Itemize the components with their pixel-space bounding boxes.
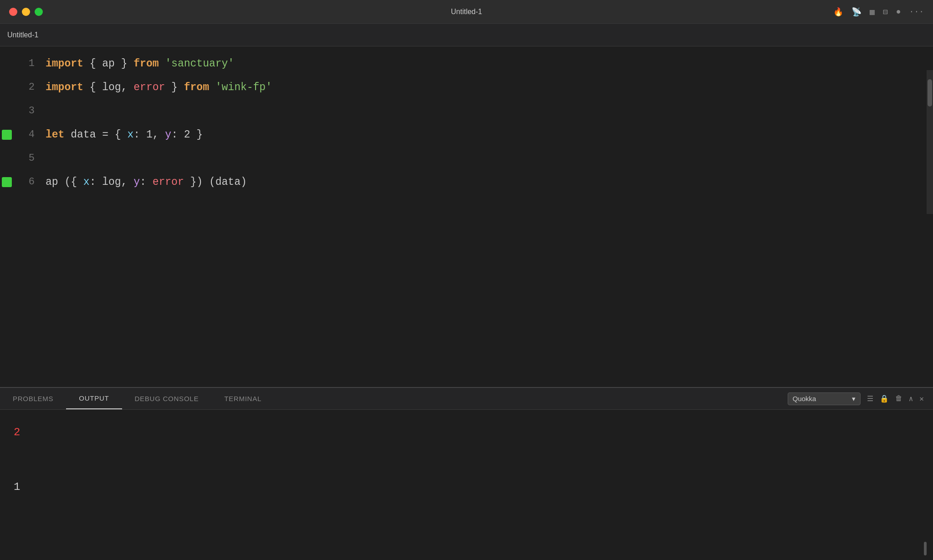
- panel-tab-bar: PROBLEMS OUTPUT DEBUG CONSOLE TERMINAL Q…: [0, 388, 933, 410]
- close-panel-button[interactable]: ✕: [919, 394, 924, 403]
- gutter-row-1: [0, 52, 14, 76]
- code-line-4: let data = { x : 1 , y : 2 }: [46, 123, 933, 147]
- line-num-4: 4: [14, 123, 35, 147]
- lock-button[interactable]: 🔒: [880, 394, 889, 403]
- gutter-row-2: [0, 76, 14, 99]
- editor-content: 1 2 3 4 5 6 import { ap } from 'sanctuar…: [0, 46, 933, 387]
- code-editor[interactable]: import { ap } from 'sanctuary' import { …: [46, 46, 933, 387]
- token-prop-x-2: x: [83, 170, 90, 194]
- token-string-1: 'sanctuary': [165, 52, 234, 76]
- wrap-lines-button[interactable]: ☰: [867, 394, 873, 403]
- code-line-6: ap ({ x : log , y : error }) ( data ): [46, 170, 933, 194]
- maximize-button[interactable]: [35, 8, 43, 16]
- gutter-row-5: [0, 147, 14, 170]
- bottom-panel: PROBLEMS OUTPUT DEBUG CONSOLE TERMINAL Q…: [0, 387, 933, 560]
- split-icon[interactable]: ⊟: [883, 7, 888, 17]
- trash-button[interactable]: 🗑: [895, 394, 902, 403]
- tab-bar: Untitled-1: [0, 24, 933, 46]
- active-tab[interactable]: Untitled-1: [7, 27, 38, 43]
- output-line-2: [14, 446, 919, 473]
- editor-area: Untitled-1 1 2 3 4 5 6: [0, 24, 933, 560]
- window-controls: [9, 8, 43, 16]
- line-num-3: 3: [14, 99, 35, 123]
- gutter-row-6: [0, 170, 14, 194]
- flame-icon[interactable]: 🔥: [833, 7, 843, 17]
- token-prop-y-1: y: [165, 123, 171, 147]
- line-num-2: 2: [14, 76, 35, 99]
- chevron-down-icon: ▾: [852, 395, 856, 403]
- broadcast-icon[interactable]: 📡: [851, 7, 861, 17]
- panel-controls: Quokka ▾ ☰ 🔒 🗑 ∧ ✕: [788, 392, 933, 405]
- token-prop-y-2: y: [133, 170, 140, 194]
- window-title: Untitled-1: [451, 8, 482, 16]
- scrollbar-thumb: [928, 79, 932, 107]
- token-error-2: error: [153, 170, 184, 194]
- output-line-1: 2: [14, 419, 919, 446]
- token-string-2: 'wink-fp': [215, 76, 272, 99]
- token-prop-x-1: x: [127, 123, 133, 147]
- tab-debug-console[interactable]: DEBUG CONSOLE: [122, 388, 212, 409]
- code-line-1: import { ap } from 'sanctuary': [46, 52, 933, 76]
- gutter-indicators: [0, 46, 14, 387]
- title-bar-actions: 🔥 📡 ▦ ⊟ ● ···: [833, 7, 924, 17]
- code-line-3: [46, 99, 933, 123]
- token-from-2: from: [184, 76, 209, 99]
- breakpoint-indicator-6: [2, 177, 12, 187]
- line-num-1: 1: [14, 52, 35, 76]
- editor-scrollbar[interactable]: [927, 70, 933, 214]
- token-import-2: import: [46, 76, 83, 99]
- code-line-2: import { log , error } from 'wink-fp': [46, 76, 933, 99]
- tab-terminal[interactable]: TERMINAL: [211, 388, 274, 409]
- line-num-5: 5: [14, 147, 35, 170]
- token-log: log: [102, 170, 121, 194]
- tab-problems[interactable]: PROBLEMS: [0, 388, 66, 409]
- collapse-button[interactable]: ∧: [909, 394, 913, 403]
- output-line-3: 1: [14, 473, 919, 501]
- token-let: let: [46, 123, 64, 147]
- panel-scrollbar[interactable]: [924, 542, 927, 555]
- breakpoint-indicator-4: [2, 130, 12, 140]
- line-numbers: 1 2 3 4 5 6: [14, 46, 46, 387]
- code-line-5: [46, 147, 933, 170]
- title-bar: Untitled-1 🔥 📡 ▦ ⊟ ● ···: [0, 0, 933, 24]
- minimize-button[interactable]: [22, 8, 30, 16]
- layout-icon[interactable]: ▦: [870, 7, 875, 17]
- output-source-selector[interactable]: Quokka ▾: [788, 392, 861, 405]
- token-import-1: import: [46, 52, 83, 76]
- close-button[interactable]: [9, 8, 17, 16]
- gutter-row-3: [0, 99, 14, 123]
- token-error: error: [133, 76, 165, 99]
- token-from-1: from: [133, 52, 159, 76]
- gutter-row-4: [0, 123, 14, 147]
- more-icon[interactable]: ···: [909, 7, 924, 16]
- output-content: 2 1: [0, 410, 933, 560]
- line-num-6: 6: [14, 170, 35, 194]
- tab-output[interactable]: OUTPUT: [66, 388, 122, 409]
- circle-icon[interactable]: ●: [896, 7, 901, 16]
